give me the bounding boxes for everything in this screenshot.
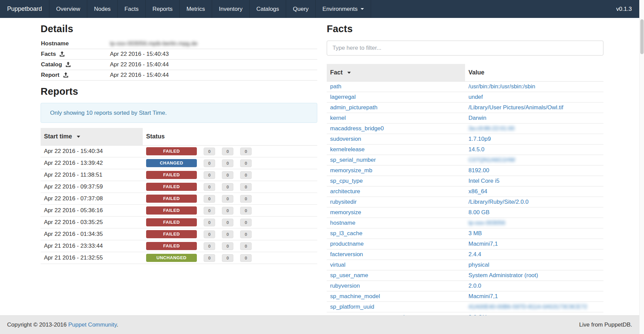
fact-name-cell: hostname: [327, 218, 465, 228]
fact-name-link[interactable]: hostname: [330, 220, 355, 226]
nav-item-nodes[interactable]: Nodes: [87, 0, 118, 18]
fact-name-link[interactable]: kernelrelease: [330, 146, 365, 153]
status-badge[interactable]: UNCHANGED: [146, 254, 197, 262]
nav-item-metrics[interactable]: Metrics: [180, 0, 212, 18]
fact-name-link[interactable]: productname: [330, 241, 364, 247]
fact-name-link[interactable]: sp_serial_number: [330, 157, 376, 163]
fact-row: kernelrelease14.5.0: [327, 144, 603, 155]
scrollbar-thumb[interactable]: [640, 19, 644, 54]
report-row-filler: [255, 193, 317, 205]
report-status-cell: FAILED: [143, 228, 200, 240]
fact-value: /Library/Ruby/Site/2.0.0: [468, 199, 529, 205]
fact-value-cell: 41A00E40-00B6-597D-8114-0A53173C9CE72: [465, 302, 603, 312]
fact-row: memorysize_mb8192.00: [327, 165, 603, 176]
details-row: Hostnametp-osx-003056.mpib-berlin.mpg.de: [41, 39, 317, 49]
count-badge: 0: [204, 148, 215, 155]
fact-row: rubysitedir/Library/Ruby/Site/2.0.0: [327, 197, 603, 207]
value-header-label: Value: [468, 69, 484, 76]
report-start-time: Apr 22 2016 - 13:39:42: [41, 157, 143, 169]
fact-name-link[interactable]: facterversion: [330, 251, 363, 258]
details-title: Details: [41, 23, 317, 35]
reports-status-header: Status: [143, 128, 317, 146]
report-count-cell: 0: [218, 240, 237, 252]
fact-name-link[interactable]: admin_picturepath: [330, 104, 377, 111]
report-count-cell: 0: [218, 205, 237, 217]
status-badge[interactable]: FAILED: [146, 195, 197, 203]
details-value: Apr 22 2016 - 15:40:43: [110, 49, 317, 60]
left-column: Details Hostnametp-osx-003056.mpib-berli…: [41, 18, 317, 323]
fact-name-link[interactable]: memorysize_mb: [330, 167, 372, 174]
nav-item-query[interactable]: Query: [286, 0, 316, 18]
status-badge[interactable]: FAILED: [146, 147, 197, 155]
fact-name-link[interactable]: sp_l3_cache: [330, 230, 362, 237]
fact-name-link[interactable]: rubyversion: [330, 283, 360, 289]
scrollbar[interactable]: [639, 0, 644, 334]
status-badge[interactable]: FAILED: [146, 183, 197, 191]
fact-name-cell: facterversion: [327, 249, 465, 260]
upload-icon[interactable]: [63, 72, 69, 78]
fact-name-cell: lagerregal: [327, 92, 465, 103]
fact-name-link[interactable]: memorysize: [330, 209, 361, 216]
fact-row: sp_l3_cache3 MB: [327, 228, 603, 239]
nav-item-overview[interactable]: Overview: [49, 0, 87, 18]
puppet-community-link[interactable]: Puppet Community: [68, 321, 117, 328]
count-badge: 0: [222, 207, 233, 215]
count-badge: 0: [240, 230, 252, 238]
report-row-filler: [255, 252, 317, 264]
fact-name-link[interactable]: sp_user_name: [330, 272, 368, 279]
nav-item-environments[interactable]: Environments: [316, 0, 371, 18]
fact-value-cell: /Library/User Pictures/Animals/Owl.tif: [465, 103, 603, 113]
fact-name-link[interactable]: path: [330, 83, 341, 90]
status-badge[interactable]: FAILED: [146, 171, 197, 179]
fact-value-cell: 8.00 GB: [465, 207, 603, 218]
report-count-cell: 0: [237, 240, 255, 252]
status-header-label: Status: [146, 133, 165, 140]
reports-sort-start-time[interactable]: Start time: [41, 128, 143, 146]
fact-name-link[interactable]: sudoversion: [330, 136, 361, 142]
fact-name-link[interactable]: macaddress_bridge0: [330, 125, 384, 132]
facts-filter-input[interactable]: [327, 41, 603, 55]
fact-name-link[interactable]: sp_platform_uuid: [330, 304, 374, 310]
status-badge[interactable]: FAILED: [146, 242, 197, 250]
nav-item-catalogs[interactable]: Catalogs: [250, 0, 286, 18]
fact-name-cell: macaddress_bridge0: [327, 124, 465, 134]
report-start-time: Apr 21 2016 - 23:33:44: [41, 240, 143, 252]
fact-name-link[interactable]: virtual: [330, 262, 345, 268]
status-badge[interactable]: FAILED: [146, 206, 197, 215]
nav-item-inventory[interactable]: Inventory: [212, 0, 250, 18]
report-status-cell: FAILED: [143, 146, 200, 157]
fact-header-label: Fact: [330, 69, 343, 76]
status-badge[interactable]: FAILED: [146, 230, 197, 238]
fact-value-cell: System Administrator (root): [465, 270, 603, 281]
fact-name-cell: rubyversion: [327, 281, 465, 291]
report-status-cell: FAILED: [143, 217, 200, 228]
fact-name-link[interactable]: architecture: [330, 188, 360, 195]
count-badge: 0: [222, 242, 233, 250]
upload-icon[interactable]: [59, 51, 65, 57]
fact-name-link[interactable]: kernel: [330, 115, 346, 121]
fact-name-link[interactable]: sp_cpu_type: [330, 178, 363, 184]
reports-title: Reports: [41, 86, 317, 97]
facts-sort-fact[interactable]: Fact: [327, 64, 465, 82]
fact-value-cell: 1.7.10p9: [465, 134, 603, 144]
version-label: v0.1.3: [609, 0, 639, 18]
fact-name-link[interactable]: sp_machine_model: [330, 293, 380, 299]
status-badge[interactable]: CHANGED: [146, 159, 197, 167]
fact-value-cell: 14.5.0: [465, 144, 603, 155]
report-count-cell: 0: [218, 146, 237, 157]
fact-value: undef: [468, 94, 483, 100]
status-badge[interactable]: FAILED: [146, 218, 197, 226]
details-value-text: Apr 22 2016 - 15:40:44: [110, 61, 169, 68]
nav-item-facts[interactable]: Facts: [118, 0, 146, 18]
fact-name-link[interactable]: rubysitedir: [330, 199, 356, 205]
report-status-cell: FAILED: [143, 169, 200, 181]
upload-icon[interactable]: [65, 62, 71, 67]
fact-row: lagerregalundef: [327, 92, 603, 103]
nav-item-reports[interactable]: Reports: [146, 0, 180, 18]
fact-value: C07QN1A6G1HW: [468, 157, 515, 163]
report-count-cell: 0: [200, 228, 218, 240]
fact-name-link[interactable]: lagerregal: [330, 94, 356, 100]
fact-value: 2.0.0: [468, 283, 481, 289]
brand-link[interactable]: Puppetboard: [0, 0, 49, 18]
report-count-cell: 0: [237, 252, 255, 264]
